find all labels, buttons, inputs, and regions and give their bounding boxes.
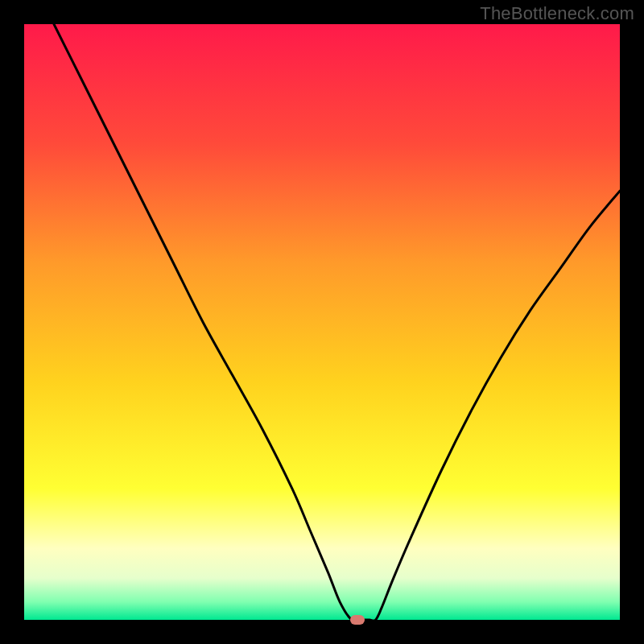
plot-area (24, 24, 620, 620)
chart-container: TheBottleneck.com (0, 0, 644, 644)
watermark-text: TheBottleneck.com (480, 3, 634, 24)
bottleneck-curve (24, 24, 620, 620)
optimal-point-marker (350, 615, 365, 625)
plot-frame (24, 24, 620, 620)
